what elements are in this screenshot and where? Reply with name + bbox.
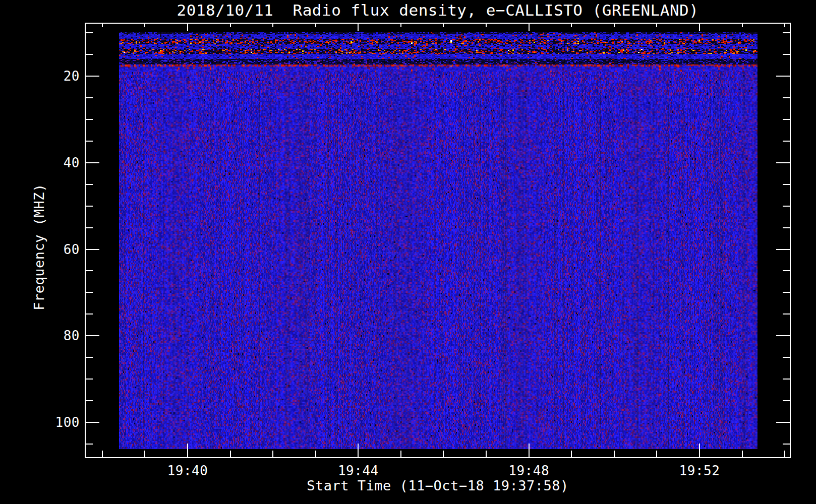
y-minor-tick (783, 32, 790, 33)
x-tick-label: 19:40 (152, 463, 223, 478)
x-major-tick (699, 24, 700, 31)
x-major-tick (358, 444, 359, 457)
x-minor-tick (102, 451, 103, 457)
x-major-tick (358, 24, 359, 31)
x-minor-tick (144, 24, 145, 27)
y-minor-tick (86, 313, 93, 314)
x-axis-title: Start Time (11−Oct−18 19:37:58) (85, 478, 791, 493)
x-tick-label: 19:44 (323, 463, 393, 478)
x-minor-tick (400, 24, 401, 27)
x-major-tick (187, 444, 188, 457)
y-minor-tick (783, 292, 790, 293)
y-major-tick (776, 76, 790, 77)
y-minor-tick (86, 357, 93, 358)
x-major-tick (187, 24, 188, 31)
x-minor-tick (443, 24, 444, 27)
y-major-tick (86, 162, 99, 163)
x-major-tick (699, 444, 700, 457)
y-minor-tick (783, 313, 790, 314)
y-minor-tick (783, 270, 790, 271)
y-minor-tick (86, 32, 93, 33)
y-major-tick (86, 422, 99, 423)
x-tick-label: 19:48 (494, 463, 564, 478)
y-minor-tick (86, 292, 93, 293)
y-minor-tick (783, 54, 790, 55)
chart-title: 2018/10/11 Radio flux density, e−CALLIST… (85, 1, 791, 19)
y-tick-label: 20 (18, 69, 80, 83)
y-major-tick (776, 335, 790, 336)
y-minor-tick (86, 54, 93, 55)
y-minor-tick (783, 379, 790, 380)
y-minor-tick (783, 206, 790, 207)
y-axis-title: Frequency (MHZ) (31, 183, 47, 310)
x-minor-tick (742, 451, 743, 457)
y-tick-label: 80 (18, 329, 80, 343)
y-minor-tick (783, 227, 790, 228)
y-minor-tick (86, 444, 93, 445)
y-major-tick (86, 249, 99, 250)
x-minor-tick (315, 451, 316, 457)
x-minor-tick (102, 24, 103, 27)
spectrogram-page: 2018/10/11 Radio flux density, e−CALLIST… (0, 0, 816, 504)
y-minor-tick (86, 119, 93, 120)
y-major-tick (776, 422, 790, 423)
x-minor-tick (784, 451, 785, 457)
x-minor-tick (230, 451, 231, 457)
x-minor-tick (230, 24, 231, 27)
y-major-tick (776, 162, 790, 163)
x-minor-tick (614, 24, 615, 27)
x-minor-tick (443, 451, 444, 457)
x-minor-tick (571, 451, 572, 457)
y-tick-label: 40 (18, 156, 80, 170)
y-minor-tick (86, 184, 93, 185)
y-minor-tick (86, 206, 93, 207)
y-minor-tick (86, 270, 93, 271)
y-major-tick (776, 249, 790, 250)
y-minor-tick (783, 141, 790, 142)
y-major-tick (86, 335, 99, 336)
spectrogram-image (119, 32, 757, 449)
y-minor-tick (783, 400, 790, 401)
x-major-tick (529, 24, 530, 31)
y-minor-tick (783, 357, 790, 358)
x-minor-tick (486, 451, 487, 457)
x-minor-tick (315, 24, 316, 27)
y-tick-label: 60 (18, 242, 80, 257)
x-minor-tick (656, 451, 657, 457)
y-minor-tick (783, 97, 790, 98)
x-minor-tick (571, 24, 572, 27)
x-minor-tick (742, 24, 743, 27)
y-minor-tick (86, 227, 93, 228)
x-tick-label: 19:52 (664, 463, 735, 478)
x-minor-tick (784, 24, 785, 27)
x-minor-tick (656, 24, 657, 27)
y-major-tick (86, 76, 99, 77)
y-minor-tick (86, 97, 93, 98)
x-minor-tick (144, 451, 145, 457)
y-minor-tick (86, 141, 93, 142)
y-minor-tick (783, 184, 790, 185)
y-minor-tick (783, 444, 790, 445)
y-tick-label: 100 (18, 415, 80, 429)
x-minor-tick (486, 24, 487, 27)
x-minor-tick (272, 451, 273, 457)
x-minor-tick (614, 451, 615, 457)
x-minor-tick (400, 451, 401, 457)
x-minor-tick (272, 24, 273, 27)
y-minor-tick (86, 379, 93, 380)
x-major-tick (529, 444, 530, 457)
y-minor-tick (783, 119, 790, 120)
y-minor-tick (86, 400, 93, 401)
